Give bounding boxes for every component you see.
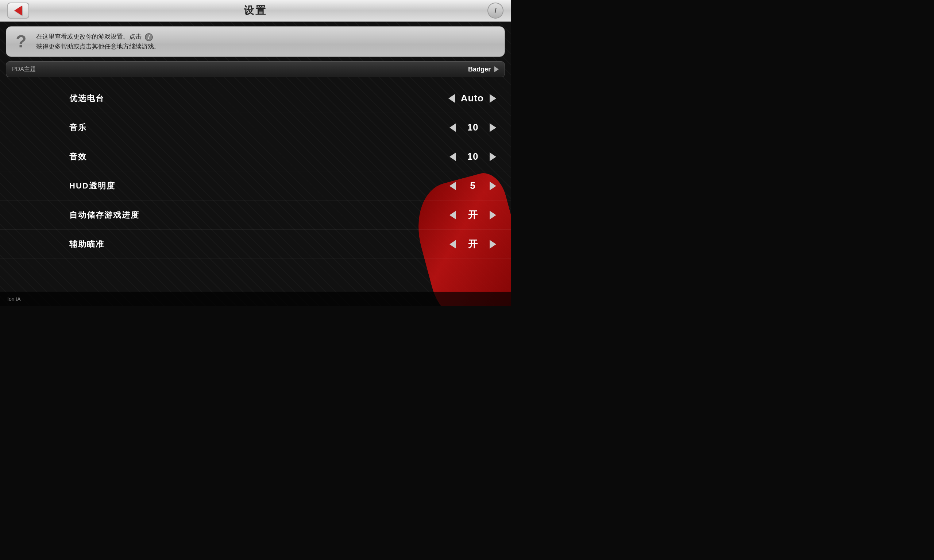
setting-arrow-right-preferred-radio[interactable]	[490, 94, 496, 103]
help-line2: 获得更多帮助或点击其他任意地方继续游戏。	[36, 43, 160, 50]
page-title: 设置	[244, 4, 267, 17]
help-text: 在这里查看或更改你的游戏设置。点击 i 获得更多帮助或点击其他任意地方继续游戏。	[36, 32, 499, 51]
setting-arrow-right-auto-aim[interactable]	[490, 240, 496, 249]
svg-text:i: i	[148, 34, 150, 40]
help-line1: 在这里查看或更改你的游戏设置。点击	[36, 33, 142, 40]
theme-label: PDA主题	[12, 66, 468, 73]
bottom-bar: fon tA	[0, 292, 511, 306]
setting-value-music: 10	[462, 122, 484, 133]
setting-label-hud-transparency: HUD透明度	[69, 180, 115, 191]
bottom-hint-text: fon tA	[7, 296, 21, 302]
setting-value-hud-transparency: 5	[462, 180, 484, 191]
setting-arrow-left-sound-effects[interactable]	[450, 152, 456, 161]
setting-control-music: 10	[430, 122, 496, 133]
setting-row-auto-aim: 辅助瞄准开	[0, 230, 511, 259]
settings-list: 优选电台Auto音乐10音效10HUD透明度5自动储存游戏进度开辅助瞄准开	[0, 80, 511, 263]
setting-value-preferred-radio: Auto	[461, 92, 484, 104]
setting-value-sound-effects: 10	[462, 151, 484, 162]
setting-value-auto-aim: 开	[462, 238, 484, 251]
back-button[interactable]	[7, 3, 29, 18]
setting-control-preferred-radio: Auto	[430, 92, 496, 104]
setting-label-music: 音乐	[69, 122, 87, 133]
setting-arrow-right-sound-effects[interactable]	[490, 152, 496, 161]
setting-arrow-left-music[interactable]	[450, 123, 456, 132]
setting-label-auto-aim: 辅助瞄准	[69, 239, 104, 250]
setting-arrow-right-music[interactable]	[490, 123, 496, 132]
setting-arrow-right-auto-save[interactable]	[490, 211, 496, 220]
back-arrow-icon	[14, 5, 22, 16]
info-button[interactable]: i	[487, 3, 504, 18]
setting-arrow-right-hud-transparency[interactable]	[490, 182, 496, 190]
setting-row-sound-effects: 音效10	[0, 142, 511, 171]
setting-row-preferred-radio: 优选电台Auto	[0, 84, 511, 113]
info-inline-icon: i	[145, 33, 153, 41]
setting-control-hud-transparency: 5	[430, 180, 496, 191]
info-icon: i	[494, 7, 496, 15]
setting-row-hud-transparency: HUD透明度5	[0, 171, 511, 200]
setting-arrow-left-preferred-radio[interactable]	[449, 94, 455, 103]
theme-row[interactable]: PDA主题 Badger	[6, 61, 505, 77]
setting-row-auto-save: 自动储存游戏进度开	[0, 200, 511, 230]
setting-arrow-left-auto-save[interactable]	[450, 211, 456, 220]
setting-value-auto-save: 开	[462, 209, 484, 221]
setting-control-auto-save: 开	[430, 209, 496, 221]
setting-arrow-left-auto-aim[interactable]	[450, 240, 456, 249]
setting-label-auto-save: 自动储存游戏进度	[69, 210, 139, 221]
setting-control-auto-aim: 开	[430, 238, 496, 251]
setting-label-preferred-radio: 优选电台	[69, 93, 104, 104]
setting-row-music: 音乐10	[0, 113, 511, 142]
question-mark-icon: ?	[12, 33, 30, 50]
theme-arrow-right-icon	[494, 66, 499, 72]
setting-arrow-left-hud-transparency[interactable]	[450, 182, 456, 190]
setting-control-sound-effects: 10	[430, 151, 496, 162]
header-bar: 设置 i	[0, 0, 511, 22]
theme-value: Badger	[468, 66, 491, 73]
setting-label-sound-effects: 音效	[69, 151, 87, 162]
help-box: ? 在这里查看或更改你的游戏设置。点击 i 获得更多帮助或点击其他任意地方继续游…	[6, 26, 505, 57]
